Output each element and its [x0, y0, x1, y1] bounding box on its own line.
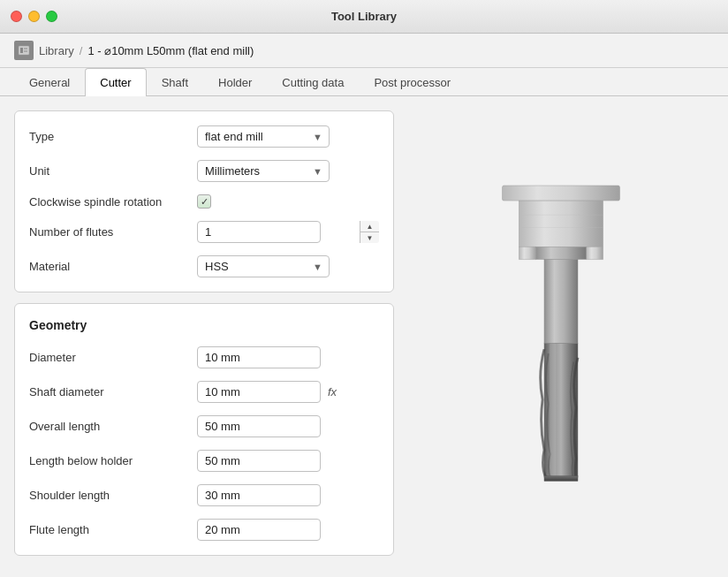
spindle-control: ✓ — [197, 194, 379, 209]
breadcrumb-separator: / — [80, 44, 83, 57]
length-below-holder-row: Length below holder — [29, 450, 379, 472]
flutes-label: Number of flutes — [29, 225, 197, 239]
right-panel — [408, 110, 714, 563]
type-select[interactable]: flat end mill ball end mill bull nose en… — [197, 125, 330, 148]
overall-length-input[interactable] — [197, 415, 321, 437]
flutes-input-wrapper: ▲ ▼ — [197, 221, 379, 243]
unit-select[interactable]: Millimeters Inches — [197, 160, 330, 182]
checkbox-checkmark: ✓ — [201, 196, 209, 208]
content-area: Type flat end mill ball end mill bull no… — [0, 96, 728, 577]
svg-rect-9 — [544, 260, 578, 344]
flutes-control: ▲ ▼ — [197, 221, 379, 243]
shoulder-length-row: Shoulder length — [29, 484, 379, 506]
tab-post-processor[interactable]: Post processor — [359, 68, 466, 96]
svg-rect-3 — [24, 50, 27, 52]
breadcrumb: Library / 1 - ⌀10mm L50mm (flat end mill… — [0, 34, 728, 68]
material-select-wrapper: HSS Carbide Cobalt Other ▼ — [197, 255, 330, 277]
tab-shaft[interactable]: Shaft — [147, 68, 203, 96]
unit-control: Millimeters Inches ▼ — [197, 160, 379, 182]
shoulder-length-control — [197, 484, 379, 506]
maximize-button[interactable] — [46, 11, 57, 22]
diameter-label: Diameter — [29, 351, 197, 364]
traffic-lights — [11, 11, 57, 22]
geometry-title: Geometry — [29, 318, 379, 332]
spindle-checkbox[interactable]: ✓ — [197, 194, 211, 209]
type-row: Type flat end mill ball end mill bull no… — [29, 125, 379, 148]
svg-marker-7 — [587, 247, 603, 259]
left-panel: Type flat end mill ball end mill bull no… — [14, 110, 394, 563]
fx-button[interactable]: fx — [324, 383, 340, 400]
spindle-checkbox-wrapper: ✓ — [197, 194, 379, 209]
tab-general[interactable]: General — [14, 68, 85, 96]
svg-rect-8 — [536, 247, 587, 259]
titlebar: Tool Library — [0, 0, 728, 34]
overall-length-control — [197, 415, 379, 437]
diameter-input[interactable] — [197, 346, 321, 368]
tab-bar: General Cutter Shaft Holder Cutting data… — [0, 68, 728, 96]
shaft-diameter-label: Shaft diameter — [29, 385, 197, 399]
svg-rect-4 — [503, 186, 620, 201]
unit-select-wrapper: Millimeters Inches ▼ — [197, 160, 330, 182]
flute-length-row: Flute length — [29, 519, 379, 541]
shaft-diameter-control: fx — [197, 381, 379, 403]
svg-rect-2 — [24, 48, 27, 49]
unit-label: Unit — [29, 164, 197, 178]
flutes-spin-down[interactable]: ▼ — [360, 232, 379, 243]
material-select[interactable]: HSS Carbide Cobalt Other — [197, 255, 330, 277]
overall-length-label: Overall length — [29, 420, 197, 433]
window-title: Tool Library — [331, 10, 397, 23]
shaft-diameter-input[interactable] — [197, 381, 321, 403]
tab-cutting-data[interactable]: Cutting data — [267, 68, 359, 96]
flute-length-control — [197, 519, 379, 541]
spindle-row: Clockwise spindle rotation ✓ — [29, 194, 379, 209]
flutes-spin-buttons: ▲ ▼ — [360, 221, 379, 243]
type-select-wrapper: flat end mill ball end mill bull nose en… — [197, 125, 330, 148]
type-control: flat end mill ball end mill bull nose en… — [197, 125, 379, 148]
length-below-holder-label: Length below holder — [29, 454, 197, 467]
diameter-control — [197, 346, 379, 368]
main-content: Library / 1 - ⌀10mm L50mm (flat end mill… — [0, 34, 728, 577]
properties-card: Type flat end mill ball end mill bull no… — [14, 110, 394, 292]
shaft-diameter-row: Shaft diameter fx — [29, 381, 379, 403]
material-row: Material HSS Carbide Cobalt Other ▼ — [29, 255, 379, 277]
svg-rect-12 — [544, 476, 578, 482]
material-label: Material — [29, 260, 197, 273]
shoulder-length-input[interactable] — [197, 484, 321, 506]
flutes-input[interactable] — [197, 221, 321, 243]
diameter-row: Diameter — [29, 346, 379, 368]
library-icon — [14, 41, 34, 60]
length-below-holder-input[interactable] — [197, 450, 321, 472]
type-label: Type — [29, 130, 197, 143]
spindle-label: Clockwise spindle rotation — [29, 195, 197, 209]
shoulder-length-label: Shoulder length — [29, 489, 197, 502]
breadcrumb-current-tool: 1 - ⌀10mm L50mm (flat end mill) — [87, 44, 254, 57]
close-button[interactable] — [11, 11, 22, 22]
shaft-fx-wrapper: fx — [197, 381, 379, 403]
geometry-card: Geometry Diameter Shaft diameter fx — [14, 303, 394, 556]
minimize-button[interactable] — [28, 11, 40, 22]
svg-marker-6 — [519, 247, 536, 259]
tab-holder[interactable]: Holder — [203, 68, 267, 96]
tool-illustration — [473, 169, 649, 505]
svg-rect-5 — [519, 201, 603, 247]
flute-length-input[interactable] — [197, 519, 321, 541]
tab-cutter[interactable]: Cutter — [85, 68, 146, 96]
flutes-spin-up[interactable]: ▲ — [360, 221, 379, 232]
svg-rect-11 — [550, 344, 557, 478]
material-control: HSS Carbide Cobalt Other ▼ — [197, 255, 379, 277]
flutes-row: Number of flutes ▲ ▼ — [29, 221, 379, 243]
flute-length-label: Flute length — [29, 523, 197, 536]
unit-row: Unit Millimeters Inches ▼ — [29, 160, 379, 182]
overall-length-row: Overall length — [29, 415, 379, 437]
length-below-holder-control — [197, 450, 379, 472]
svg-rect-1 — [20, 48, 23, 53]
breadcrumb-library[interactable]: Library — [39, 44, 74, 57]
